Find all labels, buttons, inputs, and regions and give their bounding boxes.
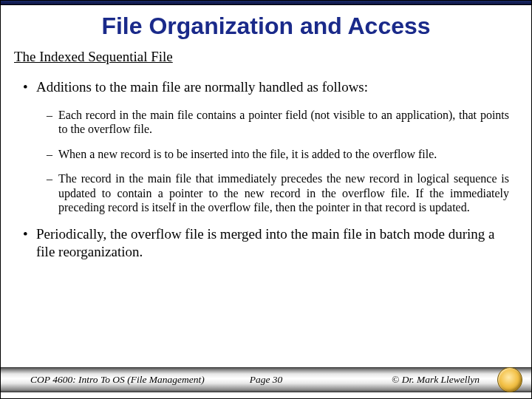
sub-list: Each record in the main file contains a …	[36, 96, 509, 215]
bottom-gap	[1, 392, 531, 398]
sub-item: The record in the main file that immedia…	[47, 171, 509, 215]
footer-bar: COP 4600: Intro To OS (File Management) …	[1, 367, 531, 392]
ucf-logo-icon	[497, 367, 522, 392]
slide-subtitle: The Indexed Sequential File	[1, 46, 531, 72]
bullet-text: Additions to the main file are normally …	[36, 79, 368, 95]
bullet-text: Periodically, the overflow file is merge…	[36, 226, 495, 259]
content-area: Additions to the main file are normally …	[1, 72, 531, 367]
sub-item: Each record in the main file contains a …	[47, 108, 509, 137]
sub-item: When a new record is to be inserted into…	[47, 147, 509, 162]
bullet-item: Additions to the main file are normally …	[23, 78, 509, 215]
bullet-list: Additions to the main file are normally …	[10, 78, 522, 260]
slide: File Organization and Access The Indexed…	[0, 0, 532, 399]
footer-author: © Dr. Mark Llewellyn	[392, 374, 480, 386]
footer-page: Page 30	[250, 374, 283, 386]
footer-course: COP 4600: Intro To OS (File Management)	[30, 374, 205, 386]
bullet-item: Periodically, the overflow file is merge…	[23, 225, 509, 261]
footer: COP 4600: Intro To OS (File Management) …	[1, 367, 531, 398]
slide-title: File Organization and Access	[1, 5, 531, 46]
